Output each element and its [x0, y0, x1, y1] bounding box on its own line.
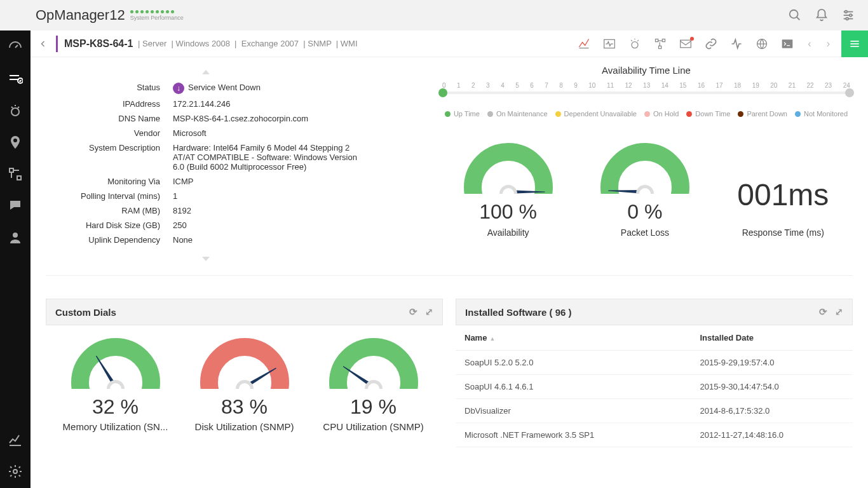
gauge-packetloss: 0 % Packet Loss [600, 143, 689, 238]
back-button[interactable] [31, 30, 56, 57]
col-name[interactable]: Name▲ [456, 325, 691, 351]
brand-title: OpManager12 [36, 7, 125, 24]
svg-rect-19 [656, 39, 658, 41]
expand-icon[interactable]: ⤢ [425, 306, 433, 318]
bell-icon[interactable] [815, 8, 829, 22]
legend-item: Up Time [445, 110, 480, 118]
panel-title: Custom Dials [55, 307, 116, 318]
table-row[interactable]: Microsoft .NET Framework 3.5 SP12012-11-… [456, 423, 853, 447]
svg-point-0 [790, 10, 798, 18]
performance-indicator: System Performance [130, 10, 184, 21]
pulse-icon[interactable] [600, 35, 618, 53]
host-name: MSP-K8S-64-1 [64, 38, 133, 50]
legend-item: Down Time [686, 110, 730, 118]
timeline-title: Availability Time Line [440, 65, 853, 76]
breadcrumb: | Server | Windows 2008 | Exchange 2007 … [135, 39, 357, 48]
svg-point-5 [845, 11, 848, 13]
dial: 19 %CPU Utilization (SNMP) [313, 338, 434, 432]
dial: 32 %Memory Utilization (SN... [55, 338, 176, 432]
expand-icon[interactable]: ⤢ [835, 306, 843, 318]
timeline-handle-end[interactable] [845, 88, 854, 97]
svg-point-7 [846, 18, 848, 20]
nav-workflow[interactable] [6, 165, 24, 183]
notification-dot-icon [690, 37, 694, 41]
table-row[interactable]: SoapUI 4.6.1 4.6.12015-9-30,14:47:54.0 [456, 375, 853, 399]
panel-installed-software: Installed Software ( 96 ) ⟳⤢ Name▲ Insta… [456, 299, 853, 447]
svg-rect-20 [663, 39, 665, 41]
accent-bar [56, 36, 58, 52]
menu-button[interactable] [841, 30, 868, 57]
svg-point-16 [13, 470, 17, 473]
content-area: Status↓Service Went Down IPAddress172.21… [31, 57, 868, 488]
nav-reports[interactable] [6, 431, 24, 449]
sub-header: MSP-K8S-64-1 | Server | Windows 2008 | E… [31, 30, 868, 57]
nav-alarms[interactable] [6, 102, 24, 119]
panel-custom-dials: Custom Dials ⟳⤢ 32 %Memory Utilization (… [46, 299, 443, 447]
timeline-legend: Up TimeOn MaintenanceDependent Unavailab… [440, 110, 853, 118]
next-button[interactable]: › [823, 38, 834, 50]
svg-point-18 [632, 41, 638, 48]
svg-rect-24 [782, 39, 793, 48]
link-icon[interactable] [702, 35, 720, 53]
software-table: Name▲ Installed Date SoapUI 5.2.0 5.2.02… [456, 325, 853, 447]
svg-point-6 [850, 14, 852, 17]
legend-item: On Hold [644, 110, 679, 118]
prev-button[interactable]: ‹ [804, 38, 815, 50]
left-nav [0, 30, 31, 488]
nav-settings[interactable] [6, 463, 24, 480]
legend-item: Not Monitored [795, 110, 848, 118]
panel-title: Installed Software ( 96 ) [465, 307, 572, 318]
gauge-availability: 100 % Availability [464, 143, 553, 238]
svg-rect-13 [10, 168, 13, 172]
nav-chat[interactable] [6, 197, 24, 215]
response-time: 001ms Response Time (ms) [737, 177, 829, 238]
nav-maps[interactable] [6, 133, 24, 151]
svg-line-8 [15, 45, 18, 48]
terminal-icon[interactable] [778, 35, 796, 53]
globe-icon[interactable] [753, 35, 771, 53]
mail-icon[interactable] [677, 35, 695, 53]
legend-item: On Maintenance [487, 110, 548, 118]
svg-point-12 [11, 108, 19, 116]
svg-rect-22 [681, 40, 691, 48]
table-row[interactable]: SoapUI 5.2.0 5.2.02015-9-29,19:57:4.0 [456, 351, 853, 375]
refresh-icon[interactable]: ⟳ [819, 306, 827, 318]
legend-item: Dependent Unavailable [555, 110, 637, 118]
search-icon[interactable] [788, 8, 802, 22]
svg-line-1 [797, 17, 800, 20]
settings-sliders-icon[interactable] [841, 8, 855, 22]
col-date[interactable]: Installed Date [691, 325, 853, 351]
refresh-icon[interactable]: ⟳ [409, 306, 417, 318]
table-row[interactable]: DbVisualizer2014-8-6,17:5:32.0 [456, 399, 853, 423]
scroll-up-icon[interactable] [202, 70, 210, 74]
nav-inventory[interactable] [6, 70, 24, 88]
timeline-handle-start[interactable] [438, 88, 447, 97]
activity-icon[interactable] [728, 35, 745, 53]
svg-rect-21 [659, 46, 661, 48]
top-bar: OpManager12 System Performance [0, 0, 868, 30]
svg-rect-14 [17, 176, 21, 180]
availability-timeline[interactable]: 0123456789101112131415161718192021222324 [442, 82, 850, 101]
dial: 83 %Disk Utilization (SNMP) [184, 338, 305, 432]
graph-icon[interactable] [575, 35, 593, 53]
nav-user[interactable] [6, 229, 24, 247]
nav-dashboard[interactable] [6, 38, 24, 56]
svg-point-15 [13, 233, 18, 238]
status-down-icon: ↓ [173, 83, 184, 94]
topology-icon[interactable] [651, 35, 669, 53]
device-info: Status↓Service Went Down IPAddress172.21… [46, 65, 427, 250]
alarm-icon[interactable] [626, 35, 644, 53]
legend-item: Parent Down [738, 110, 787, 118]
scroll-down-icon[interactable] [202, 257, 210, 261]
